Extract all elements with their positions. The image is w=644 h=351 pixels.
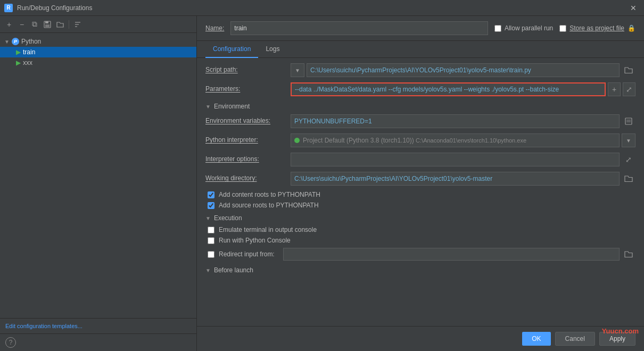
parameters-row: Parameters: + ⤢ — [205, 82, 635, 97]
source-roots-checkbox[interactable] — [208, 202, 214, 209]
right-panel: Name: Allow parallel run Store as projec… — [197, 16, 644, 351]
interpreter-options-input[interactable] — [291, 153, 620, 166]
content-roots-checkbox[interactable] — [208, 191, 214, 198]
interpreter-dropdown[interactable]: ▼ — [622, 133, 635, 147]
close-button[interactable]: ✕ — [627, 3, 640, 13]
tabs: Configuration Logs — [197, 41, 644, 58]
allow-parallel-label[interactable]: Allow parallel run — [505, 24, 553, 32]
script-path-dropdown[interactable]: ▼ — [291, 63, 304, 77]
run-icon: ▶ — [16, 59, 21, 66]
before-launch-chevron-icon: ▼ — [205, 268, 211, 273]
run-python-console-row: Run with Python Console — [205, 237, 635, 244]
tree-item-label: train — [23, 48, 35, 56]
copy-button[interactable]: ⧉ — [29, 19, 40, 30]
interpreter-options-field: ⤢ — [291, 153, 635, 166]
env-variables-field — [291, 114, 635, 128]
tree-group-python: ▼ P Python ▶ train ▶ xxx — [0, 35, 196, 69]
tree-group-label: Python — [21, 38, 41, 45]
execution-section-header[interactable]: ▼ Execution — [205, 214, 635, 222]
interpreter-options-label: Interpreter options: — [205, 153, 291, 163]
run-icon: ▶ — [16, 48, 21, 56]
source-roots-label[interactable]: Add source roots to PYTHONPATH — [219, 202, 319, 209]
toolbar: + − ⧉ — [0, 16, 196, 33]
params-add-button[interactable]: + — [608, 82, 621, 96]
env-variables-input[interactable] — [291, 114, 620, 128]
script-path-row: Script path: ▼ — [205, 63, 635, 78]
tab-logs[interactable]: Logs — [258, 41, 287, 58]
exec-chevron-icon: ▼ — [205, 215, 211, 221]
interpreter-options-expand[interactable]: ⤢ — [622, 153, 635, 166]
emulate-terminal-label[interactable]: Emulate terminal in output console — [219, 226, 317, 233]
working-directory-field — [291, 172, 635, 186]
script-path-folder-button[interactable] — [622, 63, 635, 77]
env-chevron-icon: ▼ — [205, 104, 211, 110]
redirect-input-checkbox[interactable] — [208, 251, 214, 258]
redirect-input-label[interactable]: Redirect input from: — [219, 250, 275, 258]
add-button[interactable]: + — [3, 19, 15, 30]
environment-section-label: Environment — [214, 103, 250, 110]
parameters-field: + ⤢ — [291, 82, 635, 96]
tab-configuration[interactable]: Configuration — [205, 41, 258, 58]
python-icon: P — [12, 38, 19, 45]
store-project-checkbox[interactable] — [559, 25, 566, 32]
before-launch-section-header[interactable]: ▼ Before launch — [205, 266, 635, 274]
environment-section-header[interactable]: ▼ Environment — [205, 103, 635, 110]
bottom-bar: OK Cancel Apply — [197, 326, 644, 351]
svg-rect-1 — [45, 21, 48, 23]
allow-parallel-checkbox[interactable] — [494, 25, 501, 32]
redirect-input-field[interactable] — [283, 248, 620, 261]
parameters-input[interactable] — [291, 82, 606, 96]
params-expand-button[interactable]: ⤢ — [623, 82, 635, 96]
tree-area: ▼ P Python ▶ train ▶ xxx — [0, 33, 196, 318]
toolbar-separator — [69, 20, 69, 29]
run-python-console-label[interactable]: Run with Python Console — [219, 237, 291, 244]
content-roots-label[interactable]: Add content roots to PYTHONPATH — [219, 191, 320, 198]
name-row: Name: Allow parallel run Store as projec… — [197, 16, 644, 41]
sort-button[interactable] — [72, 19, 84, 30]
config-content: Script path: ▼ Parameters: + ⤢ — [197, 58, 644, 326]
store-project-group: Store as project file 🔒 — [559, 24, 635, 32]
lock-icon: 🔒 — [628, 24, 635, 32]
title-bar: R Run/Debug Configurations ✕ — [0, 0, 644, 16]
python-interpreter-row: Python interpreter: Project Default (Pyt… — [205, 133, 635, 148]
emulate-terminal-row: Emulate terminal in output console — [205, 226, 635, 233]
help-button[interactable]: ? — [5, 337, 16, 348]
store-project-label[interactable]: Store as project file — [569, 24, 624, 32]
apply-button[interactable]: Apply — [599, 332, 635, 346]
parameters-label: Parameters: — [205, 82, 291, 93]
ok-button[interactable]: OK — [522, 332, 550, 346]
python-interpreter-field: Project Default (Python 3.8 (torch1.10))… — [291, 133, 635, 147]
before-launch-section-label: Before launch — [214, 266, 253, 274]
redirect-input-row: Redirect input from: — [205, 247, 635, 261]
folder-button[interactable] — [54, 19, 66, 30]
tree-item-xxx[interactable]: ▶ xxx — [0, 57, 196, 68]
redirect-folder-button[interactable] — [622, 247, 635, 261]
remove-button[interactable]: − — [16, 19, 28, 30]
working-directory-row: Working directory: — [205, 172, 635, 187]
working-directory-folder-button[interactable] — [622, 172, 635, 186]
tree-group-header[interactable]: ▼ P Python — [0, 36, 196, 47]
save-button[interactable] — [42, 19, 53, 30]
emulate-terminal-checkbox[interactable] — [208, 227, 214, 233]
interpreter-status-dot — [294, 138, 300, 143]
name-input[interactable] — [230, 21, 488, 35]
left-panel: + − ⧉ ▼ P Python ▶ — [0, 16, 197, 351]
execution-section-label: Execution — [214, 214, 242, 222]
svg-rect-2 — [45, 24, 49, 27]
content-roots-row: Add content roots to PYTHONPATH — [205, 191, 635, 198]
tree-item-label: xxx — [23, 59, 32, 66]
help-area: ? — [0, 333, 196, 351]
tree-item-train[interactable]: ▶ train — [0, 47, 196, 57]
working-directory-label: Working directory: — [205, 172, 291, 182]
script-path-label: Script path: — [205, 63, 291, 73]
interpreter-options-row: Interpreter options: ⤢ — [205, 153, 635, 168]
run-python-console-checkbox[interactable] — [208, 237, 214, 244]
working-directory-input[interactable] — [291, 172, 620, 186]
cancel-button[interactable]: Cancel — [555, 332, 595, 346]
env-variables-edit-button[interactable] — [622, 114, 635, 128]
script-path-input[interactable] — [307, 63, 620, 77]
script-path-field: ▼ — [291, 63, 635, 77]
interpreter-text: Project Default (Python 3.8 (torch1.10))… — [303, 137, 526, 144]
edit-templates-link[interactable]: Edit configuration templates... — [0, 318, 196, 333]
env-variables-row: Environment variables: — [205, 114, 635, 129]
